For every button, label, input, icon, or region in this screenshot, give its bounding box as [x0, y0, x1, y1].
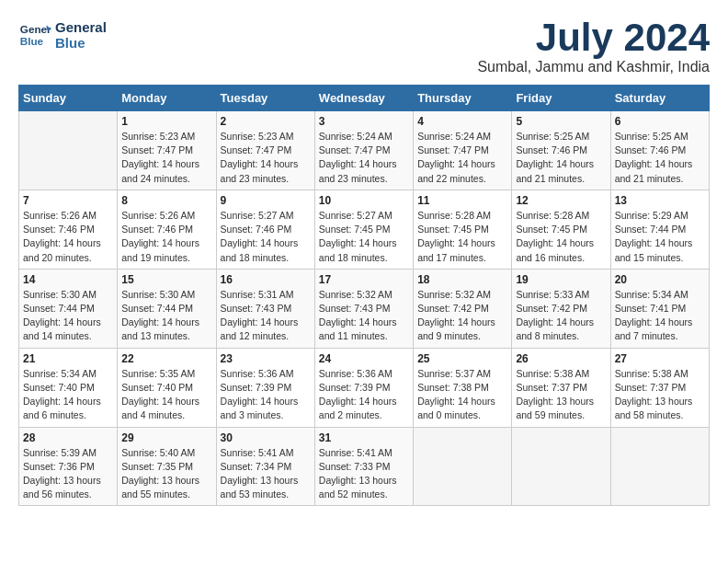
week-row-5: 28Sunrise: 5:39 AM Sunset: 7:36 PM Dayli… [19, 427, 710, 506]
col-saturday: Saturday [610, 86, 709, 111]
day-info: Sunrise: 5:24 AM Sunset: 7:47 PM Dayligh… [319, 130, 409, 186]
day-info: Sunrise: 5:27 AM Sunset: 7:46 PM Dayligh… [221, 209, 311, 265]
day-number: 10 [319, 194, 409, 207]
day-info: Sunrise: 5:28 AM Sunset: 7:45 PM Dayligh… [417, 209, 507, 265]
week-row-4: 21Sunrise: 5:34 AM Sunset: 7:40 PM Dayli… [19, 348, 710, 427]
day-number: 25 [417, 352, 507, 365]
title-area: July 2024 Sumbal, Jammu and Kashmir, Ind… [477, 18, 710, 75]
svg-text:Blue: Blue [20, 35, 44, 47]
day-cell: 4Sunrise: 5:24 AM Sunset: 7:47 PM Daylig… [414, 111, 512, 190]
day-info: Sunrise: 5:37 AM Sunset: 7:38 PM Dayligh… [417, 367, 507, 423]
col-wednesday: Wednesday [314, 86, 413, 111]
day-number: 9 [221, 194, 311, 207]
day-cell: 23Sunrise: 5:36 AM Sunset: 7:39 PM Dayli… [216, 348, 314, 427]
day-cell: 1Sunrise: 5:23 AM Sunset: 7:47 PM Daylig… [118, 111, 216, 190]
day-info: Sunrise: 5:26 AM Sunset: 7:46 PM Dayligh… [23, 209, 113, 265]
day-info: Sunrise: 5:38 AM Sunset: 7:37 PM Dayligh… [615, 367, 705, 423]
day-number: 1 [121, 115, 211, 128]
calendar-header: Sunday Monday Tuesday Wednesday Thursday… [19, 86, 710, 111]
day-cell: 9Sunrise: 5:27 AM Sunset: 7:46 PM Daylig… [216, 190, 314, 269]
day-info: Sunrise: 5:30 AM Sunset: 7:44 PM Dayligh… [121, 288, 211, 344]
logo-icon: General Blue [18, 18, 51, 52]
day-cell: 29Sunrise: 5:40 AM Sunset: 7:35 PM Dayli… [118, 427, 216, 506]
day-info: Sunrise: 5:39 AM Sunset: 7:36 PM Dayligh… [23, 446, 113, 502]
day-cell: 11Sunrise: 5:28 AM Sunset: 7:45 PM Dayli… [414, 190, 512, 269]
day-info: Sunrise: 5:25 AM Sunset: 7:46 PM Dayligh… [615, 130, 705, 186]
day-info: Sunrise: 5:29 AM Sunset: 7:44 PM Dayligh… [615, 209, 705, 265]
day-cell: 8Sunrise: 5:26 AM Sunset: 7:46 PM Daylig… [118, 190, 216, 269]
day-info: Sunrise: 5:23 AM Sunset: 7:47 PM Dayligh… [121, 130, 211, 186]
day-number: 22 [121, 352, 211, 365]
day-number: 27 [615, 352, 705, 365]
day-number: 19 [516, 273, 606, 286]
day-cell [610, 427, 709, 506]
day-cell: 18Sunrise: 5:32 AM Sunset: 7:42 PM Dayli… [414, 269, 512, 348]
day-number: 11 [417, 194, 507, 207]
day-info: Sunrise: 5:31 AM Sunset: 7:43 PM Dayligh… [221, 288, 311, 344]
day-cell: 3Sunrise: 5:24 AM Sunset: 7:47 PM Daylig… [314, 111, 413, 190]
day-info: Sunrise: 5:34 AM Sunset: 7:40 PM Dayligh… [23, 367, 113, 423]
logo-line2: Blue [55, 35, 107, 51]
day-number: 18 [417, 273, 507, 286]
day-number: 30 [221, 431, 311, 444]
day-number: 13 [615, 194, 705, 207]
day-info: Sunrise: 5:35 AM Sunset: 7:40 PM Dayligh… [121, 367, 211, 423]
day-number: 4 [417, 115, 507, 128]
day-number: 21 [23, 352, 113, 365]
col-friday: Friday [512, 86, 610, 111]
day-number: 23 [221, 352, 311, 365]
day-number: 2 [221, 115, 311, 128]
day-info: Sunrise: 5:26 AM Sunset: 7:46 PM Dayligh… [121, 209, 211, 265]
day-cell: 25Sunrise: 5:37 AM Sunset: 7:38 PM Dayli… [414, 348, 512, 427]
day-cell: 5Sunrise: 5:25 AM Sunset: 7:46 PM Daylig… [512, 111, 610, 190]
day-cell: 30Sunrise: 5:41 AM Sunset: 7:34 PM Dayli… [216, 427, 314, 506]
day-cell: 26Sunrise: 5:38 AM Sunset: 7:37 PM Dayli… [512, 348, 610, 427]
col-sunday: Sunday [19, 86, 118, 111]
week-row-3: 14Sunrise: 5:30 AM Sunset: 7:44 PM Dayli… [19, 269, 710, 348]
day-info: Sunrise: 5:30 AM Sunset: 7:44 PM Dayligh… [23, 288, 113, 344]
day-cell: 22Sunrise: 5:35 AM Sunset: 7:40 PM Dayli… [118, 348, 216, 427]
day-info: Sunrise: 5:34 AM Sunset: 7:41 PM Dayligh… [615, 288, 705, 344]
day-number: 26 [516, 352, 606, 365]
day-info: Sunrise: 5:36 AM Sunset: 7:39 PM Dayligh… [221, 367, 311, 423]
day-info: Sunrise: 5:32 AM Sunset: 7:43 PM Dayligh… [319, 288, 409, 344]
day-cell: 16Sunrise: 5:31 AM Sunset: 7:43 PM Dayli… [216, 269, 314, 348]
day-info: Sunrise: 5:40 AM Sunset: 7:35 PM Dayligh… [121, 446, 211, 502]
header-row: Sunday Monday Tuesday Wednesday Thursday… [19, 86, 710, 111]
day-info: Sunrise: 5:38 AM Sunset: 7:37 PM Dayligh… [516, 367, 606, 423]
week-row-2: 7Sunrise: 5:26 AM Sunset: 7:46 PM Daylig… [19, 190, 710, 269]
day-number: 3 [319, 115, 409, 128]
day-number: 29 [121, 431, 211, 444]
day-cell: 15Sunrise: 5:30 AM Sunset: 7:44 PM Dayli… [118, 269, 216, 348]
col-monday: Monday [118, 86, 216, 111]
calendar-table: Sunday Monday Tuesday Wednesday Thursday… [18, 85, 710, 506]
day-cell: 20Sunrise: 5:34 AM Sunset: 7:41 PM Dayli… [610, 269, 709, 348]
page-header: General Blue General Blue July 2024 Sumb… [18, 18, 710, 75]
day-number: 17 [319, 273, 409, 286]
day-number: 8 [121, 194, 211, 207]
day-cell [19, 111, 118, 190]
day-cell: 6Sunrise: 5:25 AM Sunset: 7:46 PM Daylig… [610, 111, 709, 190]
day-number: 31 [319, 431, 409, 444]
day-cell: 19Sunrise: 5:33 AM Sunset: 7:42 PM Dayli… [512, 269, 610, 348]
day-info: Sunrise: 5:36 AM Sunset: 7:39 PM Dayligh… [319, 367, 409, 423]
day-number: 5 [516, 115, 606, 128]
day-cell: 14Sunrise: 5:30 AM Sunset: 7:44 PM Dayli… [19, 269, 118, 348]
day-info: Sunrise: 5:32 AM Sunset: 7:42 PM Dayligh… [417, 288, 507, 344]
week-row-1: 1Sunrise: 5:23 AM Sunset: 7:47 PM Daylig… [19, 111, 710, 190]
day-number: 14 [23, 273, 113, 286]
day-info: Sunrise: 5:23 AM Sunset: 7:47 PM Dayligh… [221, 130, 311, 186]
day-info: Sunrise: 5:28 AM Sunset: 7:45 PM Dayligh… [516, 209, 606, 265]
day-number: 12 [516, 194, 606, 207]
location-subtitle: Sumbal, Jammu and Kashmir, India [477, 59, 710, 75]
day-cell: 28Sunrise: 5:39 AM Sunset: 7:36 PM Dayli… [19, 427, 118, 506]
month-title: July 2024 [477, 18, 710, 57]
day-cell: 12Sunrise: 5:28 AM Sunset: 7:45 PM Dayli… [512, 190, 610, 269]
day-info: Sunrise: 5:41 AM Sunset: 7:33 PM Dayligh… [319, 446, 409, 502]
day-number: 20 [615, 273, 705, 286]
day-number: 24 [319, 352, 409, 365]
day-cell: 17Sunrise: 5:32 AM Sunset: 7:43 PM Dayli… [314, 269, 413, 348]
col-thursday: Thursday [414, 86, 512, 111]
day-info: Sunrise: 5:41 AM Sunset: 7:34 PM Dayligh… [221, 446, 311, 502]
day-info: Sunrise: 5:33 AM Sunset: 7:42 PM Dayligh… [516, 288, 606, 344]
